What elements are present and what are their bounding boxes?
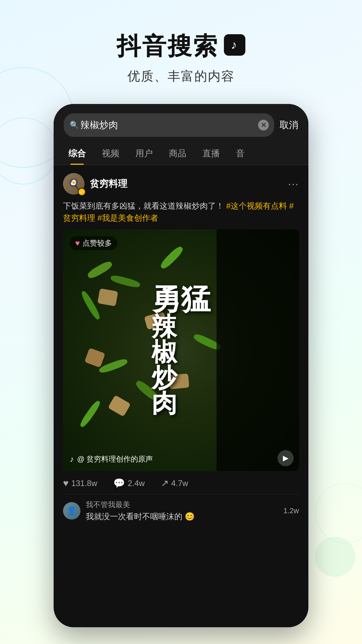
commenter-name: 我不管我最美 [86, 500, 278, 510]
share-icon: ↗ [161, 478, 169, 489]
tab-label-5: 音 [236, 148, 245, 158]
search-query-text: 辣椒炒肉 [80, 119, 257, 131]
search-cancel-button[interactable]: 取消 [280, 119, 298, 131]
tab-视频[interactable]: 视频 [94, 142, 127, 165]
post-body: 下饭菜到底有多凶猛，就看这道辣椒炒肉了！ [63, 201, 224, 210]
comment-text: 我就没一次看时不咽唾沫的 😊 [86, 511, 278, 522]
tab-综合[interactable]: 综合 [60, 142, 94, 165]
comment-likes-count: 1.2w [284, 506, 299, 515]
video-text-line5: 肉 [152, 390, 210, 416]
tab-音[interactable]: 音 [228, 142, 253, 165]
tiktok-logo: ♪ [224, 34, 245, 56]
music-bar: ♪ @ 贫穷料理创作的原声 [70, 454, 279, 464]
verified-badge: ✓ [78, 188, 86, 196]
phone-mockup: 🔍 辣椒炒肉 ✕ 取消 综合 视频 用户 商品 直播 音 [54, 104, 308, 627]
like-icon: ♥ [63, 478, 69, 489]
comment-preview: 👤 我不管我最美 我就没一次看时不咽唾沫的 😊 1.2w [63, 494, 299, 527]
title-text: 抖音搜索 [117, 30, 219, 62]
commenter-avatar: 👤 [63, 502, 80, 520]
video-thumbnail[interactable]: 勇猛 辣 椒 炒 肉 ♥ 点赞较多 [63, 229, 299, 471]
tiktok-logo-symbol: ♪ [231, 38, 238, 52]
more-options-icon[interactable]: ··· [288, 178, 299, 190]
user-name[interactable]: 贫穷料理 [90, 177, 288, 190]
search-icon: 🔍 [70, 121, 79, 129]
tab-label-0: 综合 [68, 148, 86, 158]
video-text-line3: 椒 [152, 339, 210, 365]
tab-label-3: 商品 [169, 148, 186, 158]
content-area: 🍳 ✓ 贫穷料理 ··· 下饭菜到底有多凶猛，就看这道辣椒炒肉了！ #这个视频有… [54, 165, 308, 535]
likes-item[interactable]: ♥ 131.8w [63, 478, 97, 489]
interaction-bar: ♥ 131.8w 💬 2.4w ↗ 4.7w [63, 471, 299, 494]
search-bar-container: 🔍 辣椒炒肉 ✕ 取消 [54, 104, 308, 142]
comments-item[interactable]: 💬 2.4w [113, 478, 145, 489]
tab-商品[interactable]: 商品 [161, 142, 194, 165]
phone-inner: 🔍 辣椒炒肉 ✕ 取消 综合 视频 用户 商品 直播 音 [54, 104, 308, 627]
shares-item[interactable]: ↗ 4.7w [161, 478, 188, 489]
tab-label-2: 用户 [135, 148, 153, 158]
bg-decoration-3 [315, 483, 362, 543]
play-button[interactable]: ▶ [278, 450, 294, 466]
tab-用户[interactable]: 用户 [127, 142, 161, 165]
subtitle-text: 优质、丰富的内容 [0, 68, 362, 85]
comment-content: 我不管我最美 我就没一次看时不咽唾沫的 😊 [86, 500, 278, 522]
tabs-container: 综合 视频 用户 商品 直播 音 [54, 142, 308, 165]
post-text: 下饭菜到底有多凶猛，就看这道辣椒炒肉了！ #这个视频有点料 #贫穷料理 #我是美… [63, 200, 299, 224]
liked-badge: ♥ 点赞较多 [70, 236, 117, 250]
liked-badge-text: 点赞较多 [82, 238, 112, 248]
tab-label-1: 视频 [102, 148, 119, 158]
music-source-text: @ 贫穷料理创作的原声 [77, 454, 279, 464]
search-clear-button[interactable]: ✕ [258, 120, 269, 130]
user-avatar[interactable]: 🍳 ✓ [63, 173, 84, 195]
page-header: 抖音搜索 ♪ 优质、丰富的内容 [0, 0, 362, 98]
video-text-line4: 炒 [152, 365, 210, 390]
tab-label-4: 直播 [202, 148, 220, 158]
video-text-line1: 勇猛 [152, 284, 210, 314]
shares-count: 4.7w [171, 479, 188, 488]
likes-count: 131.8w [71, 479, 97, 488]
comment-icon: 💬 [113, 478, 125, 489]
video-text-line2: 辣 [152, 314, 210, 339]
app-title: 抖音搜索 ♪ [0, 30, 362, 62]
tab-直播[interactable]: 直播 [194, 142, 228, 165]
comments-count: 2.4w [128, 479, 145, 488]
search-input-box[interactable]: 🔍 辣椒炒肉 ✕ [64, 113, 274, 137]
music-note-icon: ♪ [70, 454, 74, 464]
video-background: 勇猛 辣 椒 炒 肉 ♥ 点赞较多 [63, 229, 299, 471]
video-text-overlay: 勇猛 辣 椒 炒 肉 [63, 229, 299, 471]
user-info-row: 🍳 ✓ 贫穷料理 ··· [63, 173, 299, 195]
bg-decoration-4 [315, 537, 355, 577]
